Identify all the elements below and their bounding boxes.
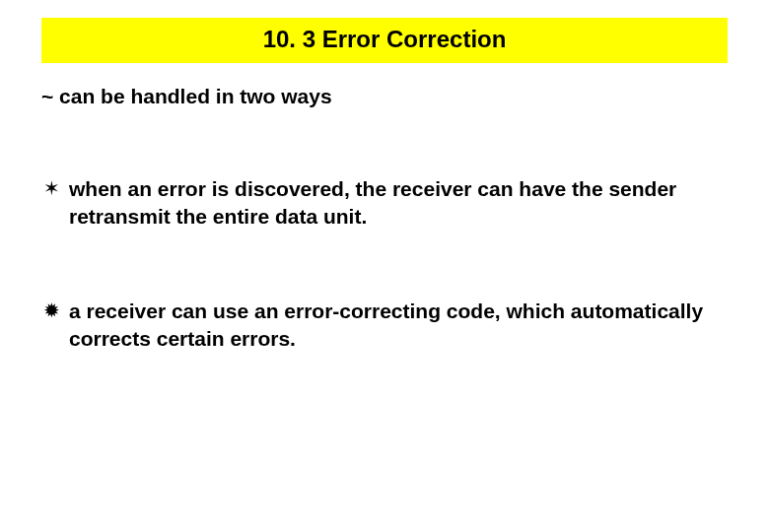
- list-item: ✹ a receiver can use an error-correcting…: [41, 298, 728, 353]
- item-text: when an error is discovered, the receive…: [69, 175, 728, 231]
- list-item: ✶ when an error is discovered, the recei…: [41, 175, 728, 231]
- title-text: 10. 3 Error Correction: [263, 26, 507, 52]
- slide: 10. 3 Error Correction ~ can be handled …: [0, 0, 769, 532]
- title-bar: 10. 3 Error Correction: [41, 18, 728, 63]
- bullet-icon: ✹: [41, 298, 69, 323]
- item-text: a receiver can use an error-correcting c…: [69, 298, 728, 353]
- subtitle: ~ can be handled in two ways: [41, 85, 728, 108]
- bullet-icon: ✶: [41, 175, 69, 201]
